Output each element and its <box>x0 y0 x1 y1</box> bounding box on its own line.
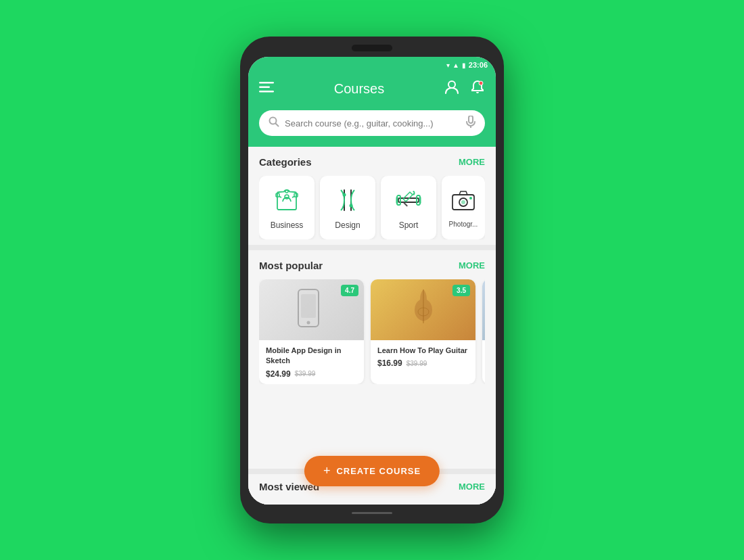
categories-header: Categories MORE <box>259 156 485 168</box>
header-actions <box>444 80 485 98</box>
course-rating-2: 3.5 <box>452 285 470 296</box>
course-title-1: Mobile App Design in Sketch <box>266 346 357 367</box>
search-icon <box>269 116 279 130</box>
category-design[interactable]: Design <box>320 176 375 239</box>
main-content: Categories MORE <box>248 147 496 505</box>
courses-row: 4.7 Mobile App Design in Sketch $24.99 $… <box>259 279 485 384</box>
search-container <box>248 105 496 147</box>
svg-point-3 <box>448 81 455 88</box>
course-card-1[interactable]: 4.7 Mobile App Design in Sketch $24.99 $… <box>259 279 364 384</box>
svg-point-29 <box>306 321 310 325</box>
battery-icon: ▮ <box>462 62 466 69</box>
section-divider-1 <box>248 245 496 250</box>
app-header: Courses <box>248 73 496 105</box>
design-label: Design <box>335 220 360 230</box>
svg-rect-21 <box>419 197 421 204</box>
course-price-2: $16.99 <box>377 358 402 368</box>
phone-frame: ▾ ▲ ▮ 23:06 Courses <box>240 37 504 523</box>
most-popular-section: Most popular MORE 4.7 <box>248 250 496 469</box>
course-image-2: 3.5 <box>371 279 475 340</box>
phone-screen: ▾ ▲ ▮ 23:06 Courses <box>248 57 496 505</box>
svg-line-6 <box>276 124 279 126</box>
course-image-3 <box>482 279 485 340</box>
course-old-price-2: $39.99 <box>406 360 427 367</box>
signal-icon: ▲ <box>452 62 459 69</box>
status-bar: ▾ ▲ ▮ 23:06 <box>248 57 496 73</box>
svg-rect-1 <box>259 87 270 89</box>
price-row-2: $16.99 $39.99 <box>377 358 469 368</box>
business-label: Business <box>271 220 304 230</box>
home-indicator <box>352 512 392 514</box>
svg-point-9 <box>285 190 288 193</box>
course-card-3[interactable]: Ba... $10... <box>482 279 485 384</box>
popular-title: Most popular <box>259 260 323 271</box>
sport-label: Sport <box>399 220 419 230</box>
mic-icon[interactable] <box>466 116 475 131</box>
category-sport[interactable]: Sport <box>381 176 436 239</box>
svg-rect-2 <box>259 91 274 93</box>
phone-notch <box>352 45 392 51</box>
profile-icon[interactable] <box>444 80 459 98</box>
course-info-3: Ba... $10... <box>482 340 485 373</box>
svg-point-25 <box>461 200 465 204</box>
categories-row: Business <box>259 176 485 239</box>
category-business[interactable]: Business <box>259 176 315 239</box>
svg-point-15 <box>343 193 346 197</box>
bell-icon[interactable] <box>470 80 485 98</box>
fab-container: + CREATE COURSE <box>304 456 440 486</box>
course-rating-1: 4.7 <box>341 285 358 296</box>
svg-point-4 <box>479 81 483 85</box>
svg-point-16 <box>350 204 353 208</box>
categories-more[interactable]: MORE <box>459 157 485 167</box>
course-old-price-1: $39.99 <box>295 370 316 377</box>
svg-rect-0 <box>259 82 274 84</box>
course-image-1: 4.7 <box>259 279 364 340</box>
status-time: 23:06 <box>469 61 488 69</box>
menu-icon[interactable] <box>259 82 274 96</box>
photography-label: Photogr... <box>449 220 478 228</box>
fab-plus-icon: + <box>323 464 331 478</box>
course-info-1: Mobile App Design in Sketch $24.99 $39.9… <box>259 340 364 384</box>
category-photography[interactable]: Photogr... <box>442 176 485 239</box>
photography-icon <box>448 185 478 215</box>
create-course-button[interactable]: + CREATE COURSE <box>304 456 440 486</box>
svg-point-26 <box>469 197 472 200</box>
fab-label: CREATE COURSE <box>336 466 421 476</box>
course-price-1: $24.99 <box>266 369 291 379</box>
sport-icon <box>394 185 423 215</box>
svg-rect-7 <box>469 116 473 123</box>
design-icon <box>333 185 363 215</box>
categories-section: Categories MORE <box>248 147 496 245</box>
price-row-1: $24.99 $39.99 <box>266 369 357 379</box>
popular-header: Most popular MORE <box>259 260 485 271</box>
phone-bottom <box>248 510 496 515</box>
course-card-2[interactable]: 3.5 Learn How To Play Guitar $16.99 $39.… <box>371 279 475 384</box>
svg-rect-28 <box>301 294 316 318</box>
business-icon <box>272 185 302 215</box>
search-input[interactable] <box>285 118 461 129</box>
popular-more[interactable]: MORE <box>459 260 485 271</box>
search-bar[interactable] <box>259 110 485 136</box>
most-viewed-more[interactable]: MORE <box>459 482 485 492</box>
svg-point-10 <box>285 195 289 199</box>
course-title-2: Learn How To Play Guitar <box>377 346 469 356</box>
course-info-2: Learn How To Play Guitar $16.99 $39.99 <box>371 340 475 373</box>
svg-rect-20 <box>396 197 398 204</box>
wifi-icon: ▾ <box>446 62 450 69</box>
page-title: Courses <box>334 81 384 97</box>
status-icons: ▾ ▲ ▮ 23:06 <box>446 61 488 69</box>
categories-title: Categories <box>259 156 312 168</box>
